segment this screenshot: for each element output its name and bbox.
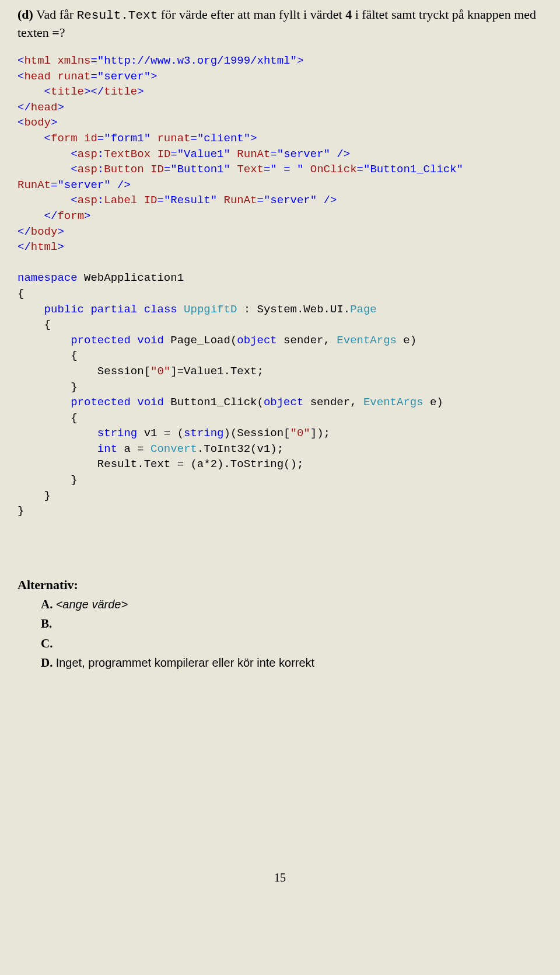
alternatives-heading: Alternativ:: [18, 577, 542, 593]
alternative-c: C.: [41, 635, 542, 653]
alternative-a: A. <ange värde>: [41, 596, 542, 614]
question-label: (d): [18, 7, 33, 22]
code-inline: Result.Text: [77, 9, 158, 22]
page-number: 15: [18, 871, 542, 885]
alternatives-list: A. <ange värde> B. C. D. Inget, programm…: [18, 596, 542, 673]
code-block: <html xmlns="http://www.w3.org/1999/xhtm…: [18, 53, 542, 519]
question-text: (d) Vad får Result.Text för värde efter …: [18, 6, 542, 41]
alternative-b: B.: [41, 615, 542, 633]
document-page: (d) Vad får Result.Text för värde efter …: [0, 0, 560, 902]
alternative-d: D. Inget, programmet kompilerar eller kö…: [41, 654, 542, 673]
